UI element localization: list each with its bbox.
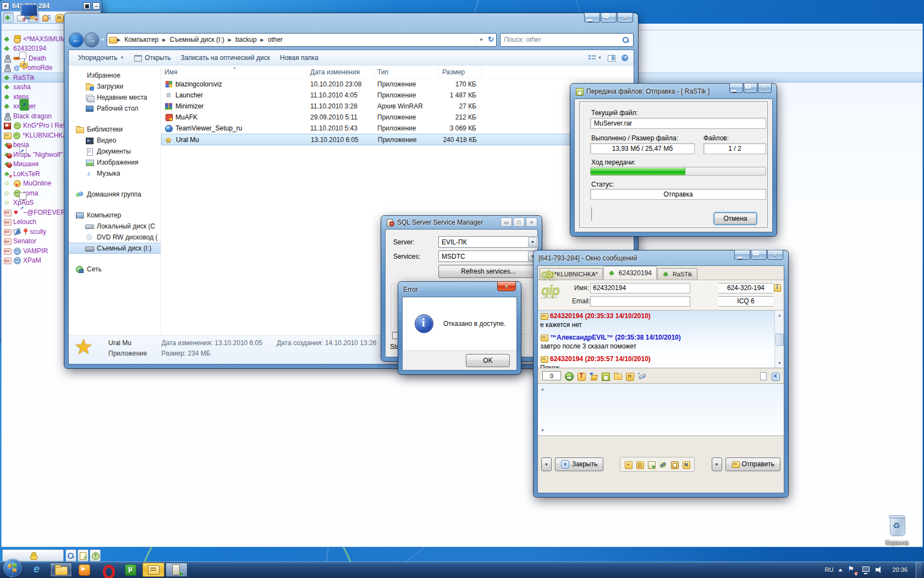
close-button[interactable]: ×	[526, 217, 537, 227]
minimize-button[interactable]: –	[92, 2, 100, 10]
page-button[interactable]	[759, 370, 767, 380]
file-row[interactable]: Minimizer11.10.2010 3:28Архив WinRAR27 К…	[161, 101, 634, 112]
column-date[interactable]: Дата изменения	[307, 67, 374, 77]
wand-button[interactable]	[637, 370, 646, 380]
breadcrumb-computer[interactable]: Компьютер	[121, 36, 162, 43]
file-row[interactable]: TeamViewer_Setup_ru11.10.2010 5:43Прилож…	[161, 123, 634, 134]
sidebar-item[interactable]: Избранное	[69, 70, 161, 81]
action-center-icon[interactable]	[848, 565, 856, 574]
taskbar-qip-button[interactable]	[142, 563, 164, 577]
open-button[interactable]: Открыть	[129, 52, 175, 64]
smiley-button[interactable]	[565, 370, 573, 380]
recycle-bin[interactable]: Корзина	[879, 514, 915, 546]
sidebar-item[interactable]: Библиотеки	[69, 124, 161, 135]
maximize-button[interactable]: □	[513, 217, 525, 227]
sidebar-item[interactable]: DVD RW дисковод (	[69, 232, 161, 243]
breadcrumb-other[interactable]: other	[265, 36, 286, 43]
maximize-button[interactable]: ▣	[83, 2, 91, 10]
help-button[interactable]	[90, 549, 101, 561]
email-field[interactable]	[590, 296, 690, 307]
sidebar-item[interactable]: Домашняя группа	[69, 189, 161, 200]
back-button[interactable]: ←	[69, 32, 84, 47]
sidebar-item[interactable]: Документы	[69, 146, 161, 157]
mail-block-button[interactable]	[15, 12, 26, 23]
preview-pane-icon[interactable]	[607, 54, 615, 62]
close-button[interactable]: ×	[758, 83, 772, 93]
window-j-button[interactable]	[670, 459, 679, 469]
notepad-n-button[interactable]	[682, 459, 690, 469]
file-row[interactable]: MuAFK29.09.2010 5:11Приложение212 КБ	[161, 112, 634, 123]
minimize-button[interactable]	[734, 250, 750, 260]
history-button[interactable]	[53, 12, 64, 23]
forward-button[interactable]: →	[84, 32, 99, 47]
search-icon[interactable]	[622, 36, 630, 43]
minimize-button[interactable]	[584, 13, 600, 23]
file-row[interactable]: blazingcolorsviz10.10.2010 23:08Приложен…	[161, 79, 634, 90]
column-size[interactable]: Размер	[439, 67, 482, 77]
minimize-button[interactable]: ▭	[501, 217, 512, 227]
taskbar-player-button[interactable]	[73, 563, 95, 577]
show-desktop-button[interactable]	[916, 561, 922, 578]
services-combobox[interactable]: MSDTC▼	[438, 250, 538, 262]
minimize-button[interactable]	[729, 83, 743, 93]
column-name[interactable]: Имя	[161, 67, 307, 77]
chat-input-area[interactable]: ▲ ▼	[538, 384, 784, 436]
cancel-button[interactable]: Отмена	[714, 212, 757, 225]
taskbar-utorrent-button[interactable]	[119, 563, 141, 577]
maximize-button[interactable]	[751, 250, 767, 260]
column-type[interactable]: Тип	[374, 67, 439, 77]
breadcrumb-drive[interactable]: Съемный диск (I:)	[166, 36, 227, 43]
chat-tab[interactable]: RaSTik	[657, 268, 697, 280]
address-dropdown[interactable]: ▼	[475, 37, 487, 42]
paint-button[interactable]	[589, 370, 597, 380]
file-row[interactable]: Ural Mu13.10.2010 6:05Приложение240 418 …	[161, 134, 634, 145]
sidebar-item[interactable]: ↓Загрузки	[69, 81, 161, 92]
sidebar-item[interactable]: Рабочий стол	[69, 103, 161, 114]
tray-expand-icon[interactable]	[838, 569, 843, 571]
maximize-button[interactable]	[601, 13, 617, 23]
taskbar-sql-button[interactable]	[166, 563, 188, 577]
chat-scrollbar[interactable]: ▲ ▼	[774, 310, 784, 368]
sidebar-item[interactable]: Музыка	[69, 168, 161, 179]
maximize-button[interactable]	[744, 83, 757, 93]
sound-off-button[interactable]	[28, 12, 39, 23]
views-button[interactable]: ▼	[588, 54, 602, 62]
clover-button[interactable]	[3, 12, 14, 23]
close-button[interactable]: ×	[617, 13, 633, 23]
clear-button[interactable]	[771, 370, 779, 380]
search-contact-button[interactable]	[65, 549, 76, 561]
sidebar-item[interactable]: Компьютер	[69, 210, 161, 221]
network-icon[interactable]	[861, 565, 870, 574]
breadcrumb-backup[interactable]: backup	[232, 36, 260, 43]
clock[interactable]: 20:36	[889, 566, 911, 573]
new-folder-button[interactable]: Новая папка	[275, 52, 323, 64]
sidebar-item[interactable]: Локальный диск (C	[69, 221, 161, 232]
burn-button[interactable]: Записать на оптический диск	[176, 52, 276, 64]
help-icon[interactable]	[621, 54, 629, 62]
language-indicator[interactable]: RU	[825, 566, 834, 573]
address-bar[interactable]: ▶Компьютер ▶Съемный диск (I:) ▶backup ▶o…	[107, 33, 497, 47]
chat-close-button[interactable]: ×Закрыть	[555, 457, 603, 471]
history-button[interactable]	[625, 370, 634, 380]
userlist-button[interactable]	[41, 12, 52, 23]
quote-button[interactable]	[624, 459, 632, 469]
save-button[interactable]	[601, 370, 609, 380]
wrench-button[interactable]	[659, 459, 667, 469]
search-box[interactable]: Поиск: other	[500, 33, 634, 47]
server-combobox[interactable]: EVIL-ПК▼	[438, 236, 538, 248]
chat-tab[interactable]: 624320194	[603, 266, 657, 280]
start-button[interactable]	[3, 559, 22, 577]
sidebar-item[interactable]: Недавние места	[69, 92, 161, 103]
reader-button[interactable]	[647, 459, 656, 469]
taskbar-ie-button[interactable]	[27, 563, 49, 577]
notes-button[interactable]	[78, 549, 89, 561]
sidebar-item[interactable]: Сеть	[69, 264, 161, 275]
recent-pages-dropdown[interactable]: ▼	[99, 37, 107, 42]
volume-icon[interactable]	[875, 565, 884, 574]
close-button[interactable]: ×	[767, 250, 783, 260]
send-options-dropdown[interactable]: ▼	[712, 457, 722, 471]
taskbar-opera-button[interactable]	[96, 563, 118, 577]
sidebar-item[interactable]: Съемный диск (I:)	[69, 243, 161, 254]
contact-info-icon[interactable]	[773, 283, 781, 291]
close-options-dropdown[interactable]: ▼	[541, 457, 552, 471]
